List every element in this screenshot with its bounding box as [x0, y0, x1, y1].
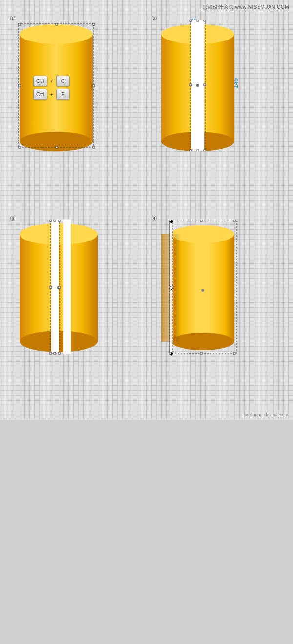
- svg-rect-37: [50, 352, 52, 354]
- svg-rect-35: [50, 286, 52, 288]
- svg-rect-52: [169, 220, 171, 221]
- svg-rect-18: [190, 20, 192, 21]
- svg-rect-9: [56, 146, 58, 148]
- step2-panel: ② 15 145: [151, 15, 239, 152]
- svg-rect-23: [204, 84, 206, 86]
- svg-rect-8: [56, 23, 58, 25]
- canvas-bottom-watermark: jiaocheng.clazmài.com: [244, 412, 288, 417]
- watermark: 思绪设计论坛 www.MISSVUAN.COM: [203, 4, 289, 11]
- ctrl-key2: Ctrl: [33, 89, 47, 100]
- svg-rect-56: [200, 220, 202, 221]
- svg-rect-33: [50, 220, 52, 221]
- svg-rect-22: [190, 84, 192, 86]
- panels-area: « Pathfinder ≡ × Shape Modes:: [0, 420, 293, 644]
- svg-rect-5: [93, 23, 95, 25]
- svg-rect-10: [19, 85, 21, 87]
- svg-rect-6: [19, 146, 21, 148]
- canvas-area: 思绪设计论坛 www.MISSVUAN.COM ①: [0, 0, 293, 420]
- svg-rect-11: [93, 85, 95, 87]
- f-key: F: [56, 89, 70, 100]
- plus2: +: [50, 91, 54, 98]
- step1-panel: ①: [10, 15, 98, 152]
- svg-rect-40: [54, 352, 56, 354]
- step3-panel: ③: [10, 215, 103, 357]
- svg-rect-54: [169, 352, 171, 354]
- c-key: C: [56, 76, 70, 86]
- svg-rect-38: [58, 352, 60, 354]
- step4-panel: ④: [151, 215, 239, 357]
- svg-rect-29: [51, 220, 59, 354]
- svg-rect-55: [233, 352, 235, 354]
- svg-rect-4: [19, 23, 21, 25]
- svg-point-16: [196, 84, 199, 87]
- svg-rect-24: [197, 20, 199, 21]
- svg-rect-53: [233, 220, 235, 221]
- svg-rect-30: [63, 220, 71, 354]
- plus1: +: [50, 78, 54, 85]
- svg-rect-7: [93, 146, 95, 148]
- svg-rect-36: [58, 286, 60, 288]
- cylinder4-svg: [156, 220, 239, 356]
- cylinder2-svg: [156, 20, 239, 151]
- ctrl-key1: Ctrl: [33, 76, 47, 86]
- svg-rect-34: [58, 220, 60, 221]
- svg-point-46: [201, 289, 204, 292]
- svg-rect-21: [204, 150, 206, 151]
- svg-rect-25: [197, 150, 199, 151]
- svg-rect-57: [200, 352, 202, 354]
- svg-rect-39: [54, 220, 56, 221]
- cylinder3-svg: [15, 220, 103, 356]
- svg-point-1: [20, 24, 93, 44]
- svg-rect-19: [204, 20, 206, 21]
- svg-rect-20: [190, 150, 192, 151]
